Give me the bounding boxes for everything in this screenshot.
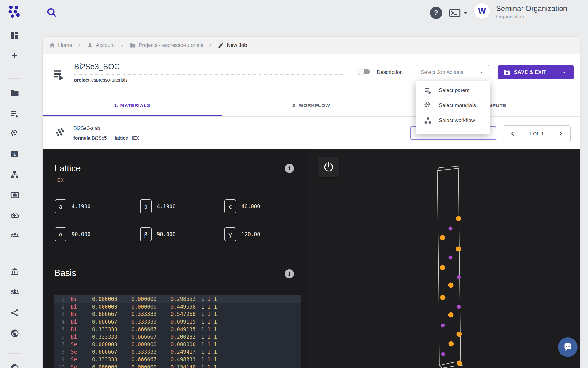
lattice-field-beta[interactable]: β 90.000 <box>140 227 175 241</box>
help-icon[interactable]: ? <box>430 7 442 19</box>
save-dropdown-button[interactable] <box>555 65 574 79</box>
sidebar-item-web[interactable] <box>10 329 19 338</box>
job-actions-select[interactable]: Select Job Actions <box>416 65 489 79</box>
atom-Se[interactable] <box>440 295 446 300</box>
field-value[interactable]: 90.000 <box>157 227 175 241</box>
breadcrumb-home[interactable]: Home <box>49 42 72 48</box>
lattice-field-a[interactable]: a 4.1900 <box>55 199 90 213</box>
basis-row[interactable]: 2Bi0.0000000.0000000.4496981 1 1 <box>54 303 301 311</box>
chat-launcher[interactable] <box>558 337 578 357</box>
basis-info-icon[interactable]: i <box>285 269 294 278</box>
basis-cell-vz: 0.154140 <box>171 364 201 368</box>
console-menu-button[interactable] <box>449 8 468 18</box>
org-name[interactable]: Seminar Organization <box>496 4 567 13</box>
atom-Se[interactable] <box>456 216 461 221</box>
atom-Se[interactable] <box>449 341 454 347</box>
atom-Se[interactable] <box>448 283 454 288</box>
structure-viewer[interactable] <box>308 149 580 368</box>
basis-cell-el: Bi <box>71 296 92 302</box>
field-value[interactable]: 4.1900 <box>157 199 175 213</box>
atom-Se[interactable] <box>457 332 462 337</box>
basis-row[interactable]: 9Se0.3333330.6666670.4988331 1 1 <box>54 356 301 363</box>
basis-row[interactable]: 5Bi0.3333330.6666670.0491351 1 1 <box>54 325 301 333</box>
basis-cell-vx: 0.000000 <box>92 296 131 302</box>
atom-Bi[interactable] <box>449 227 453 231</box>
breadcrumb-new-job[interactable]: New Job <box>218 42 247 48</box>
material-meta: formulaBi3Se5 latticeHEX <box>74 135 139 140</box>
basis-row[interactable]: 1Bi0.0000000.0000000.2985521 1 1 <box>54 295 301 303</box>
atom-Se[interactable] <box>448 312 454 318</box>
search-icon[interactable] <box>46 7 57 18</box>
atom-Se[interactable] <box>456 247 461 252</box>
tab-materials[interactable]: 1. MATERIALS <box>43 94 222 116</box>
basis-row[interactable]: 4Bi0.6666670.3333330.6991151 1 1 <box>54 318 301 326</box>
sidebar-item-jobs[interactable] <box>10 109 19 118</box>
basis-cell-el: Se <box>71 349 92 355</box>
avatar[interactable]: W <box>474 3 490 19</box>
basis-row[interactable]: 7Se0.0000000.0000000.0000001 1 1 <box>54 341 301 348</box>
app-logo[interactable] <box>8 4 21 18</box>
basis-cell-vz: 0.699115 <box>171 319 201 325</box>
next-page-button[interactable] <box>551 126 570 142</box>
atom-Bi[interactable] <box>457 275 461 279</box>
viewer-power-button[interactable] <box>318 157 339 177</box>
breadcrumb: Home Account Projects - espresso-tutoria… <box>43 37 580 54</box>
sidebar-item-media[interactable] <box>10 190 19 200</box>
atom-Bi[interactable] <box>441 352 445 356</box>
sidebar-item-dashboard[interactable] <box>10 31 19 40</box>
field-value[interactable]: 90.000 <box>72 227 90 241</box>
lattice-field-alpha[interactable]: α 90.000 <box>55 227 90 241</box>
field-value[interactable]: 4.1900 <box>72 199 90 213</box>
atom-Bi[interactable] <box>441 324 445 328</box>
field-value[interactable]: 120.00 <box>241 227 260 241</box>
formula-value: Bi3Se5 <box>92 135 107 140</box>
sidebar-item-add-new[interactable] <box>10 51 19 60</box>
lattice-field-b[interactable]: b 4.1900 <box>140 199 175 213</box>
atom-Se[interactable] <box>440 235 445 240</box>
lattice-field-gamma[interactable]: γ 120.00 <box>224 227 260 241</box>
basis-editor[interactable]: 1Bi0.0000000.0000000.2985521 1 12Bi0.000… <box>54 295 301 368</box>
save-exit-button[interactable]: SAVE & EXIT <box>498 65 555 79</box>
menu-item-select-parent[interactable]: Select parent <box>416 83 490 98</box>
material-name[interactable]: Bi2Se3-slab <box>74 126 100 131</box>
sidebar-item-materials[interactable] <box>10 129 19 138</box>
basis-cell-vx: 0.333333 <box>92 334 131 340</box>
sidebar-item-projects[interactable] <box>10 89 19 98</box>
basis-row[interactable]: 10Se0.0000000.0000000.1541401 1 1 <box>54 363 301 368</box>
basis-cell-num: 10 <box>57 364 65 368</box>
sidebar-item-globe[interactable] <box>10 363 19 368</box>
atom-Se[interactable] <box>440 265 445 270</box>
account-icon <box>87 42 93 48</box>
lattice-info-icon[interactable]: i <box>285 164 294 173</box>
sidebar-item-organization[interactable] <box>10 267 19 276</box>
atom-Se[interactable] <box>457 361 462 366</box>
atom-Bi[interactable] <box>457 305 461 309</box>
basis-row[interactable]: 6Bi0.3333330.6666670.2002821 1 1 <box>54 333 301 341</box>
field-label-box: b <box>140 199 152 213</box>
menu-item-select-workflow[interactable]: Select workflow <box>416 113 490 128</box>
menu-item-select-materials[interactable]: Select materials <box>416 98 490 113</box>
field-value[interactable]: 40.000 <box>241 199 260 213</box>
lattice-field-c[interactable]: c 40.000 <box>224 199 260 213</box>
tab-workflow[interactable]: 2. WORKFLOW <box>222 94 401 116</box>
atom-Bi[interactable] <box>449 256 453 260</box>
basis-cell-vy: 0.000000 <box>131 341 171 347</box>
breadcrumb-project[interactable]: Projects - espresso-tutorials <box>130 42 203 48</box>
description-toggle[interactable] <box>359 69 370 74</box>
breadcrumb-account[interactable]: Account <box>87 42 115 48</box>
sidebar-item-org-team[interactable] <box>10 288 19 297</box>
sidebar-item-share[interactable] <box>10 308 19 317</box>
caret-down-icon <box>479 69 485 75</box>
sidebar-item-workflows[interactable] <box>10 170 19 179</box>
home-icon <box>49 42 55 48</box>
basis-row[interactable]: 3Bi0.6666670.3333330.5479681 1 1 <box>54 310 301 318</box>
basis-row[interactable]: 8Se0.6666670.3333330.2494171 1 1 <box>54 348 301 356</box>
basis-cell-fl: 1 1 1 <box>201 296 217 302</box>
sidebar-item-team[interactable] <box>10 231 19 240</box>
sidebar-item-cloud-upload[interactable] <box>10 211 19 220</box>
prev-page-button[interactable] <box>503 126 522 142</box>
job-title[interactable]: Bi2Se3_SOC <box>74 62 120 71</box>
basis-cell-num: 6 <box>57 334 65 340</box>
sidebar-item-bank-card[interactable] <box>10 149 19 159</box>
basis-cell-vz: 0.449698 <box>171 304 201 310</box>
